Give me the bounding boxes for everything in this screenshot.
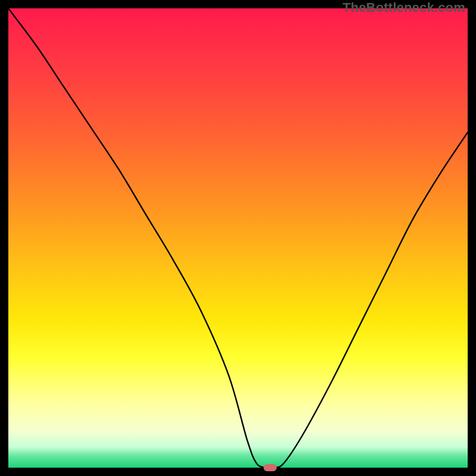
- bottleneck-curve: [8, 8, 468, 468]
- chart-frame: TheBottleneck.com: [0, 0, 476, 476]
- minimum-marker: [264, 464, 277, 471]
- attribution-text: TheBottleneck.com: [343, 0, 465, 15]
